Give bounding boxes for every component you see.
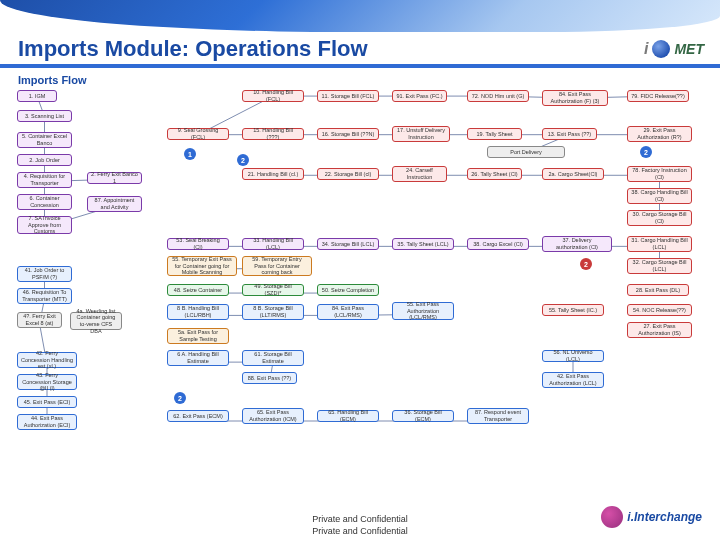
flow-circle: 2 — [237, 154, 249, 166]
flow-node: 37. Delivery authorization (Cl) — [542, 236, 612, 252]
flow-node: 29. Exit Pass Authorization (R?) — [627, 126, 692, 142]
brand-icon — [601, 506, 623, 528]
flow-node: 41. Job Order to PSF/M (?) — [17, 266, 72, 282]
flow-node: 48. Seize Container — [167, 284, 229, 296]
flow-node: 22. Storage Bill (cl) — [317, 168, 379, 180]
flow-node: 26. Tally Sheet (Cl) — [467, 168, 522, 180]
page-title: Imports Module: Operations Flow — [18, 36, 368, 62]
flow-node: 3. Scanning List — [17, 110, 72, 122]
logo-icon — [652, 40, 670, 58]
header: Imports Module: Operations Flow i MET — [0, 32, 720, 68]
flow-node: 28. Exit Pass (DL) — [627, 284, 689, 296]
flow-node: 2. Ferry Exit Banco 1 — [87, 172, 142, 184]
flow-node: 78. Factory Instruction (Cl) — [627, 166, 692, 182]
flow-node: 21. Handling Bill (cl.) — [242, 168, 304, 180]
flow-circle: 2 — [640, 146, 652, 158]
flow-node: 34. Storage Bill (LCL) — [317, 238, 379, 250]
logo-text: MET — [674, 41, 704, 57]
flow-node: 16. Storage Bill (??N) — [317, 128, 379, 140]
flow-node: 33. Handling Bill (LCL) — [242, 238, 304, 250]
flow-circle: 1 — [184, 148, 196, 160]
brand: i.Interchange — [601, 506, 702, 528]
flow-node: 87. Respond event Transporter — [467, 408, 529, 424]
flow-node: 87. Appointment and Activity — [87, 196, 142, 212]
flow-node: 27. Exit Pass Authorization (IS) — [627, 322, 692, 338]
top-banner — [0, 0, 720, 32]
flow-node: 55. Temporary Exit Pass for Container go… — [167, 256, 237, 276]
flow-node: 84. Exit Pass Authorization (F) (3) — [542, 90, 608, 106]
flow-node: 55. Tally Sheet (IC.) — [542, 304, 604, 316]
flow-node: 65. Exit Pass Authorization (ICM) — [242, 408, 304, 424]
flow-node: 1. IGM — [17, 90, 57, 102]
brand-text: i.Interchange — [627, 510, 702, 524]
flow-node: 72. NOD Him unit (G) — [467, 90, 529, 102]
flow-circle: 2 — [580, 258, 592, 270]
flow-node: 44. Exit Pass Authorization (ECI) — [17, 414, 77, 430]
flow-node: 49. Storage Bill (SZD)* — [242, 284, 304, 296]
flow-node: 4. Requisition for Transporter — [17, 172, 72, 188]
flow-node: 59. Temporary Entry Pass for Container c… — [242, 256, 312, 276]
flow-diagram: 1. IGM3. Scanning List5. Container Excel… — [12, 90, 708, 486]
flow-node: 38. Cargo Excel (Cl) — [467, 238, 529, 250]
flow-node: 17. Unstuff Delivery Instruction — [392, 126, 450, 142]
logo: i MET — [644, 40, 704, 58]
flow-node: 11. Storage Bill (FCL) — [317, 90, 379, 102]
flow-node: 91. Exit Pass (FC.) — [392, 90, 447, 102]
flow-node: 42. Exit Pass Authorization (LCL) — [542, 372, 604, 388]
flow-node: 61. Storage Bill Estimate — [242, 350, 304, 366]
flow-node: 10. Handling Bill (FCL) — [242, 90, 304, 102]
flow-node: 46. Requisition To Transporter (MTT) — [17, 288, 72, 304]
flow-node: 42. Ferry Concession Handling est (xl.) — [17, 352, 77, 368]
flow-node: 5a. Exit Pass for Sample Testing — [167, 328, 229, 344]
flow-node: 15. Handling Bill (???) — [242, 128, 304, 140]
flow-node: 79. FIDC Release(??) — [627, 90, 689, 102]
flow-node: 53. Seal Breaking (CI) — [167, 238, 229, 250]
flow-node: 62. Exit Pass (ECM) — [167, 410, 229, 422]
flow-node: 2. Job Order — [17, 154, 72, 166]
flow-node: 4a. Weeding list Container going to-vers… — [70, 312, 122, 330]
flow-node: 5. Container Excel Banco — [17, 132, 72, 148]
flow-node: 7. SA Invoice Approve from Customs — [17, 216, 72, 234]
flow-circle: 2 — [174, 392, 186, 404]
flow-node: 36. Storage Bill (ECM) — [392, 410, 454, 422]
flow-node: 30. Cargo Storage Bill (Cl) — [627, 210, 692, 226]
flow-node: 50. Seize Completion — [317, 284, 379, 296]
flow-node: 38. Cargo Handling Bill (Cl) — [627, 188, 692, 204]
flow-node: 6. Container Concession — [17, 194, 72, 210]
flow-node: 6 A. Handling Bill Estimate — [167, 350, 229, 366]
section-label: Imports Flow — [18, 74, 86, 86]
logo-i: i — [644, 40, 648, 58]
flow-node: 35. Tally Sheet (LCL) — [392, 238, 454, 250]
flow-node: 24. Carseff Instruction — [392, 166, 447, 182]
flow-node: 56. NL Universo (LCL) — [542, 350, 604, 362]
flow-node: 65. Handling Bill (ECM) — [317, 410, 379, 422]
flow-node: Port Delivery — [487, 146, 565, 158]
flow-node: 88. Exit Pass (??) — [242, 372, 297, 384]
flow-node: 9. Seal Grossing (FCL) — [167, 128, 229, 140]
flow-node: 19. Tally Sheet — [467, 128, 522, 140]
flow-node: 84. Exit Pass (LCL/RMS) — [317, 304, 379, 320]
flow-node: 4?. Ferry Exit Excel 8 (at) — [17, 312, 62, 328]
flow-node: 31. Cargo Handling Bill (LCL) — [627, 236, 692, 252]
flow-node: 55. Exit Pass Authorization (LCL/RMS) — [392, 302, 454, 320]
flow-node: 8 B. Handling Bill (LCL/RBH) — [167, 304, 229, 320]
flow-node: 13. Exit Pass (??) — [542, 128, 597, 140]
flow-node: 54. NOC Release(??) — [627, 304, 692, 316]
flow-node: 32. Cargo Storage Bill (LCL) — [627, 258, 692, 274]
flow-node: 45. Exit Pass (ECI) — [17, 396, 77, 408]
flow-node: 2a. Cargo Sheet(Cl) — [542, 168, 604, 180]
flow-node: 8 B. Storage Bill (LLT/RMS) — [242, 304, 304, 320]
flow-node: 43. Ferry Concession Storage @II (l) — [17, 374, 77, 390]
